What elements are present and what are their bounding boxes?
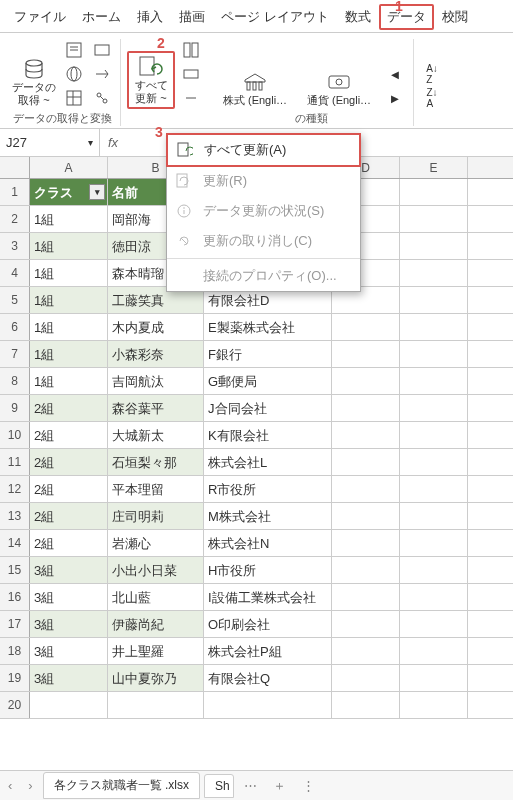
cell-company[interactable]: J合同会社	[204, 395, 332, 421]
row-header[interactable]: 2	[0, 206, 30, 232]
cell-e[interactable]	[400, 341, 468, 367]
cell-name[interactable]: 小森彩奈	[108, 341, 204, 367]
row-header[interactable]: 16	[0, 584, 30, 610]
cell-e[interactable]	[400, 638, 468, 664]
cell-company[interactable]: 株式会社P組	[204, 638, 332, 664]
cell-class[interactable]	[30, 692, 108, 718]
cell-class[interactable]: 1組	[30, 368, 108, 394]
cell-d[interactable]	[332, 530, 400, 556]
row-header[interactable]: 13	[0, 503, 30, 529]
cell-e[interactable]	[400, 692, 468, 718]
from-table-icon[interactable]	[62, 87, 86, 109]
cell-company[interactable]: R市役所	[204, 476, 332, 502]
menu-connection-props[interactable]: 接続のプロパティ(O)...	[167, 261, 360, 291]
menu-insert[interactable]: 挿入	[129, 4, 171, 30]
tab-add-icon[interactable]: ＋	[265, 777, 294, 795]
cell-e[interactable]	[400, 287, 468, 313]
cell-d[interactable]	[332, 449, 400, 475]
menu-file[interactable]: ファイル	[6, 4, 74, 30]
cell-company[interactable]: 株式会社N	[204, 530, 332, 556]
cell-d[interactable]	[332, 503, 400, 529]
sheet-tab-1[interactable]: 各クラス就職者一覧 .xlsx	[43, 772, 200, 799]
cell-e[interactable]	[400, 611, 468, 637]
cell-class[interactable]: 2組	[30, 422, 108, 448]
cell-d[interactable]	[332, 692, 400, 718]
cell-e[interactable]	[400, 557, 468, 583]
cell-d[interactable]	[332, 395, 400, 421]
recent-sources-icon[interactable]	[90, 39, 114, 61]
cell-d[interactable]	[332, 422, 400, 448]
cell-d[interactable]	[332, 476, 400, 502]
cell-e[interactable]	[400, 584, 468, 610]
row-header[interactable]: 5	[0, 287, 30, 313]
cell-d[interactable]	[332, 665, 400, 691]
row-header[interactable]: 3	[0, 233, 30, 259]
row-header[interactable]: 8	[0, 368, 30, 394]
cell-company[interactable]: H市役所	[204, 557, 332, 583]
fx-label[interactable]: fx	[100, 135, 126, 150]
cell-class[interactable]: 1組	[30, 341, 108, 367]
cell-class[interactable]: 3組	[30, 611, 108, 637]
select-all-corner[interactable]	[0, 157, 30, 178]
cell-name[interactable]: 森谷葉平	[108, 395, 204, 421]
cell-name[interactable]: 岩瀬心	[108, 530, 204, 556]
cell-company[interactable]: M株式会社	[204, 503, 332, 529]
row-header[interactable]: 19	[0, 665, 30, 691]
cell-class[interactable]: 3組	[30, 557, 108, 583]
cell-e[interactable]	[400, 449, 468, 475]
cell-company[interactable]: 有限会社Q	[204, 665, 332, 691]
cell-class[interactable]: 2組	[30, 476, 108, 502]
menu-page-layout[interactable]: ページ レイアウト	[213, 4, 337, 30]
cell-name[interactable]: 石垣梨々那	[108, 449, 204, 475]
cell-class[interactable]: 2組	[30, 530, 108, 556]
cell-name[interactable]: 山中夏弥乃	[108, 665, 204, 691]
cell-name[interactable]: 平本理留	[108, 476, 204, 502]
row-header[interactable]: 14	[0, 530, 30, 556]
queries-conn-icon[interactable]	[179, 39, 203, 61]
chevron-down-icon[interactable]: ▾	[88, 137, 93, 148]
cell-d[interactable]	[332, 584, 400, 610]
connections-icon[interactable]	[90, 87, 114, 109]
row-header[interactable]: 11	[0, 449, 30, 475]
cell-class[interactable]: 3組	[30, 665, 108, 691]
row-header[interactable]: 18	[0, 638, 30, 664]
from-web-icon[interactable]	[62, 63, 86, 85]
properties-icon[interactable]	[179, 63, 203, 85]
row-header[interactable]: 9	[0, 395, 30, 421]
cell-class[interactable]: 1組	[30, 260, 108, 286]
row-header[interactable]: 17	[0, 611, 30, 637]
menu-review[interactable]: 校閲	[434, 4, 476, 30]
name-box[interactable]: J27 ▾	[0, 129, 100, 156]
cell-name[interactable]: 伊藤尚紀	[108, 611, 204, 637]
cell-name[interactable]: 小出小日菜	[108, 557, 204, 583]
cell-e[interactable]	[400, 368, 468, 394]
row-header[interactable]: 7	[0, 341, 30, 367]
table-header-class[interactable]: クラス ▾	[30, 179, 108, 205]
menu-refresh-all[interactable]: すべて更新(A)	[166, 133, 361, 167]
cell-name[interactable]: 井上聖羅	[108, 638, 204, 664]
cell-d[interactable]	[332, 557, 400, 583]
filter-dropdown-icon[interactable]: ▾	[89, 184, 105, 200]
menu-refresh-status[interactable]: データ更新の状況(S)	[167, 196, 360, 226]
cell-e[interactable]	[400, 422, 468, 448]
cell-e[interactable]	[400, 314, 468, 340]
cell-e[interactable]	[400, 503, 468, 529]
refresh-all-button[interactable]: すべて 更新 ~	[127, 51, 175, 109]
col-header-a[interactable]: A	[30, 157, 108, 178]
sort-za-icon[interactable]: Z↓A	[420, 87, 444, 109]
cell-class[interactable]: 3組	[30, 584, 108, 610]
cell-class[interactable]: 1組	[30, 206, 108, 232]
cell-name[interactable]	[108, 692, 204, 718]
tab-nav-next[interactable]: ›	[20, 778, 40, 793]
cell-name[interactable]: 木内夏成	[108, 314, 204, 340]
cell-class[interactable]: 1組	[30, 233, 108, 259]
from-text-icon[interactable]	[62, 39, 86, 61]
get-data-button[interactable]: データの 取得 ~	[10, 55, 58, 109]
row-header[interactable]: 10	[0, 422, 30, 448]
cell-company[interactable]: G郵便局	[204, 368, 332, 394]
row-header-1[interactable]: 1	[0, 179, 30, 205]
cell-class[interactable]: 1組	[30, 314, 108, 340]
cell-company[interactable]: E製薬株式会社	[204, 314, 332, 340]
cell-company[interactable]: F銀行	[204, 341, 332, 367]
menu-formula[interactable]: 数式	[337, 4, 379, 30]
